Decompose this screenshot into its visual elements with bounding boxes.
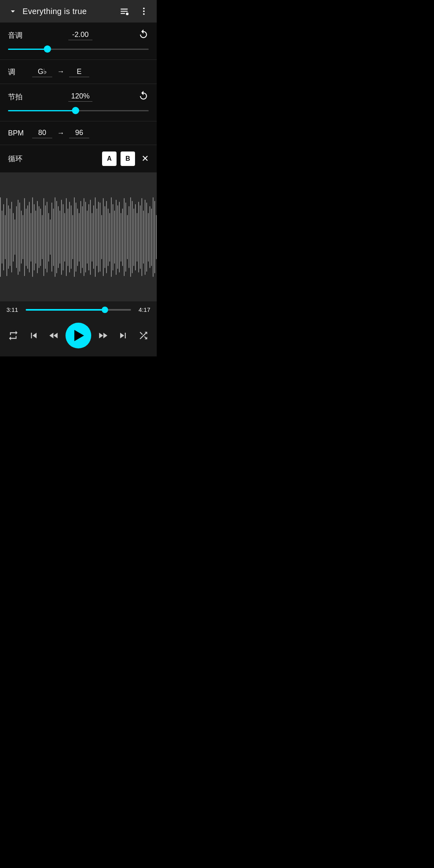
waveform-bar	[64, 213, 65, 262]
waveform-bar	[137, 213, 137, 262]
waveform-bar	[113, 204, 113, 270]
waveform-bar	[72, 215, 73, 259]
pitch-label: 音调	[8, 31, 23, 40]
waveform-bar	[59, 211, 60, 264]
play-button[interactable]	[66, 323, 91, 348]
waveform-area[interactable]	[0, 173, 157, 301]
waveform-bar	[133, 209, 134, 266]
waveform-bar	[58, 206, 59, 268]
svg-point-2	[143, 10, 145, 12]
loop-close-button[interactable]: ✕	[141, 154, 149, 164]
waveform-bar	[47, 202, 47, 272]
tempo-value: 120%	[68, 92, 92, 102]
loop-b-button[interactable]: B	[121, 151, 135, 166]
waveform-bar	[50, 219, 51, 255]
waveform-bar	[24, 198, 25, 276]
waveform-bar	[26, 209, 27, 266]
skip-next-icon	[117, 330, 129, 341]
waveform-bar	[16, 206, 17, 268]
rewind-button[interactable]	[45, 327, 63, 344]
waveform-bar	[56, 201, 57, 273]
waveform-bar	[82, 206, 83, 268]
playback-controls	[0, 318, 157, 356]
waveform-bar	[92, 213, 92, 262]
waveform-bar	[21, 211, 22, 264]
skip-next-button[interactable]	[114, 327, 132, 344]
bpm-arrow: →	[57, 129, 64, 137]
header-left: Everything is true	[6, 5, 87, 18]
waveform-bar	[3, 204, 4, 270]
tempo-slider-thumb[interactable]	[72, 107, 79, 114]
svg-point-1	[143, 8, 145, 9]
progress-track[interactable]	[26, 309, 131, 311]
waveform-bar	[116, 200, 117, 275]
waveform-bar	[79, 213, 80, 262]
pitch-slider[interactable]	[8, 45, 149, 53]
queue-icon	[119, 6, 129, 16]
waveform-bar	[109, 213, 110, 262]
waveform-bar	[122, 209, 123, 266]
waveform-bar	[145, 200, 145, 275]
tempo-row-top: 节拍 120%	[8, 90, 149, 103]
waveform-bar	[61, 200, 62, 275]
pitch-value: -2.00	[68, 31, 92, 40]
svg-point-0	[126, 12, 129, 15]
skip-back-button[interactable]	[25, 327, 43, 344]
waveform-bar	[151, 209, 152, 266]
queue-button[interactable]	[117, 4, 131, 18]
pitch-reset-button[interactable]	[138, 29, 149, 42]
waveform-bar	[141, 198, 142, 276]
loop-label: 循环	[8, 154, 102, 164]
waveform-bar	[68, 209, 68, 266]
svg-point-3	[143, 13, 145, 15]
waveform-bar	[84, 198, 84, 276]
pitch-slider-thumb[interactable]	[44, 45, 51, 53]
waveform-bar	[95, 197, 96, 277]
key-label: 调	[8, 67, 32, 77]
dropdown-button[interactable]	[6, 5, 19, 18]
waveform-bar	[55, 197, 55, 277]
key-to-value: E	[69, 67, 89, 77]
progress-fill	[26, 309, 105, 311]
waveform-bar	[132, 201, 133, 273]
fast-forward-icon	[97, 330, 108, 341]
waveform-bar	[88, 204, 89, 270]
shuffle-button[interactable]	[135, 327, 152, 344]
tempo-reset-button[interactable]	[138, 90, 149, 103]
key-from-value: G♭	[32, 66, 52, 77]
waveform-bar	[85, 202, 86, 272]
waveform-bar	[100, 203, 100, 272]
play-icon	[74, 330, 84, 341]
waveform-bar	[125, 203, 126, 272]
waveform-bar	[63, 204, 63, 270]
loop-a-button[interactable]: A	[102, 151, 117, 166]
waveform-bar	[80, 201, 81, 273]
more-options-button[interactable]	[137, 5, 150, 18]
total-time: 4:17	[136, 306, 150, 313]
repeat-button[interactable]	[4, 327, 22, 344]
waveform-bar	[48, 213, 49, 262]
waveform-bar	[13, 213, 14, 262]
waveform-canvas	[0, 173, 157, 301]
waveform-bar	[146, 203, 147, 272]
waveform-bar	[31, 213, 31, 262]
waveform-bar	[8, 205, 9, 269]
bpm-row: BPM 80 → 96	[0, 121, 157, 145]
waveform-bar	[32, 197, 33, 277]
skip-back-icon	[28, 330, 39, 341]
waveform-bar	[154, 201, 155, 273]
key-arrow: →	[57, 68, 64, 76]
pitch-row: 音调 -2.00	[0, 23, 157, 60]
progress-thumb[interactable]	[102, 307, 108, 313]
waveform-bar	[124, 198, 125, 276]
waveform-bar	[2, 211, 2, 264]
waveform-bar	[156, 215, 157, 259]
waveform-bar	[39, 206, 39, 268]
waveform-bar	[90, 200, 91, 275]
waveform-bar	[42, 215, 43, 259]
waveform-bar	[35, 211, 36, 264]
bpm-label: BPM	[8, 129, 32, 137]
fast-forward-button[interactable]	[94, 327, 112, 344]
tempo-slider[interactable]	[8, 106, 149, 115]
waveform-bar	[19, 203, 20, 272]
